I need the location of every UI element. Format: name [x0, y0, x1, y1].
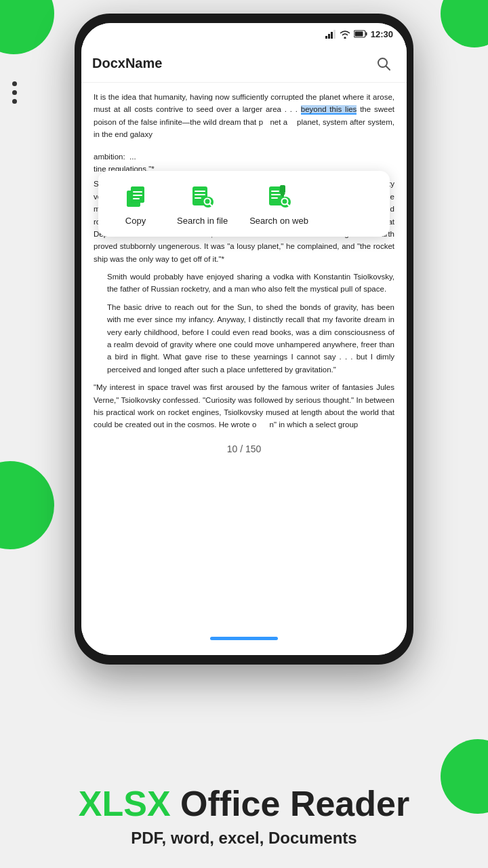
- search-in-file-icon: [188, 182, 218, 212]
- menu-item-search-in-file[interactable]: Search in file: [166, 179, 239, 229]
- battery-icon: [354, 30, 367, 38]
- app-header: DocxName: [81, 45, 407, 83]
- wifi-icon: [340, 29, 350, 39]
- document-paragraph-1: It is the idea that humanity, having now…: [94, 91, 394, 141]
- document-content-top: It is the idea that humanity, having now…: [81, 83, 407, 146]
- bottom-bar: [81, 621, 407, 655]
- home-indicator[interactable]: [210, 637, 278, 640]
- phone-frame: 12:30 DocxName It is the idea that human…: [75, 14, 413, 665]
- bg-decoration-circle-tl: [0, 0, 54, 54]
- menu-item-search-on-web[interactable]: Search on web: [239, 179, 319, 229]
- svg-rect-5: [365, 33, 367, 36]
- document-paragraph-basic-drive: The basic drive to reach out for the Sun…: [94, 301, 394, 376]
- svg-line-8: [386, 66, 390, 70]
- app-title: DocxName: [92, 56, 371, 71]
- svg-rect-1: [328, 34, 330, 39]
- copy-icon: [121, 182, 150, 212]
- document-paragraph-interest: "My interest in space travel was first a…: [94, 381, 394, 431]
- menu-item-search-on-web-label: Search on web: [249, 216, 308, 226]
- search-on-web-icon: [264, 182, 294, 212]
- promo-subtitle: PDF, word, excel, Documents: [0, 829, 488, 848]
- svg-rect-6: [354, 32, 363, 37]
- promo-title: XLSX Office Reader: [0, 785, 488, 823]
- header-search-button[interactable]: [371, 52, 396, 76]
- promo-title-black: Office Reader: [171, 784, 410, 823]
- menu-item-copy-label: Copy: [125, 216, 146, 226]
- page-indicator: 10 / 150: [81, 439, 407, 458]
- svg-rect-3: [333, 30, 336, 39]
- status-time: 12:30: [371, 29, 393, 39]
- bg-decoration-circle-ml: [0, 461, 54, 549]
- menu-item-search-in-file-label: Search in file: [177, 216, 228, 226]
- menu-item-copy[interactable]: Copy: [105, 179, 166, 229]
- context-menu: Copy Sea: [98, 171, 390, 237]
- signal-icon: [325, 29, 336, 39]
- status-bar: 12:30: [81, 23, 407, 45]
- svg-rect-24: [280, 185, 285, 193]
- search-icon: [375, 56, 392, 72]
- bg-decoration-circle-tr: [441, 0, 488, 47]
- bg-decoration-dots: [12, 81, 17, 104]
- promo-section: XLSX Office Reader PDF, word, excel, Doc…: [0, 785, 488, 848]
- svg-rect-0: [325, 36, 327, 39]
- svg-rect-2: [331, 32, 333, 39]
- highlighted-text: beyond this lies: [301, 105, 357, 115]
- promo-title-green: XLSX: [79, 784, 171, 823]
- phone-screen: 12:30 DocxName It is the idea that human…: [81, 23, 407, 655]
- document-paragraph-smith: Smith would probably have enjoyed sharin…: [94, 271, 394, 296]
